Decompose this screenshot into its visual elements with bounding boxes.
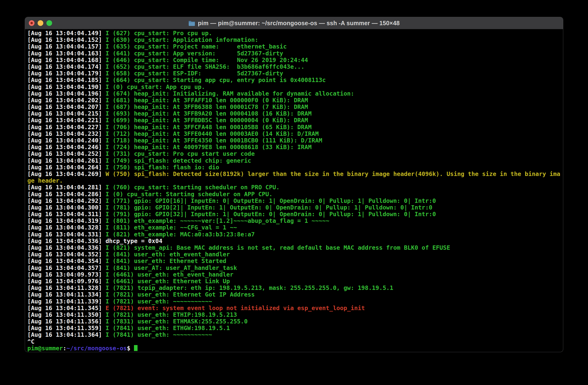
text-segment: [Aug 16 13:04:11.345]	[27, 305, 102, 311]
terminal-line: [Aug 16 13:04:04.196] I (674) heap_init:…	[27, 90, 561, 97]
text-segment: I (811) eth_example: ~~CFG_val = 1 ~~	[102, 224, 237, 231]
text-segment: I (731) cpu_start: Pro cpu start user co…	[102, 150, 255, 157]
text-segment: [Aug 16 13:04:11.356]	[27, 318, 102, 325]
minimize-button[interactable]	[38, 20, 43, 26]
terminal-line: [Aug 16 13:04:04.328] I (811) eth_exampl…	[27, 224, 561, 231]
text-segment: [Aug 16 13:04:11.328]	[27, 284, 102, 291]
text-segment: ^C	[27, 338, 35, 345]
terminal-line: [Aug 16 13:04:04.232] I (712) heap_init:…	[27, 131, 561, 137]
text-segment: [Aug 16 13:04:04.261]	[27, 157, 102, 164]
text-segment: I (7821) tcpip_adapter: eth ip: 198.19.5…	[102, 284, 393, 291]
text-segment: :	[63, 345, 66, 352]
text-segment: I (718) heap_init: At 3FFE4350 len 0001B…	[102, 137, 322, 144]
text-segment: [Aug 16 13:04:04.240]	[27, 137, 102, 144]
text-segment: I (0) cpu_start: Starting scheduler on A…	[102, 191, 273, 198]
text-segment: I (681) heap_init: At 3FFAFF10 len 00000…	[102, 97, 308, 104]
text-segment: $	[127, 345, 134, 352]
text-segment: [Aug 16 13:04:04.174]	[27, 63, 102, 70]
text-segment: [Aug 16 13:04:04.246]	[27, 144, 102, 151]
terminal-line: [Aug 16 13:04:04.281] I (760) cpu_start:…	[27, 184, 561, 191]
text-segment: I (706) heap_init: At 3FFCFA48 len 00010…	[102, 124, 312, 131]
text-segment: dhcp_type = 0x04	[102, 238, 163, 244]
text-segment: [Aug 16 13:04:04.311]	[27, 211, 102, 218]
text-segment: [Aug 16 13:04:04.215]	[27, 110, 102, 117]
text-segment: [Aug 16 13:04:04.286]	[27, 191, 102, 198]
terminal-line: [Aug 16 13:04:11.339] I (7821) user_eth:…	[27, 298, 561, 305]
traffic-lights	[29, 20, 52, 26]
terminal-line: [Aug 16 13:04:04.157] I (635) cpu_start:…	[27, 43, 561, 50]
text-segment: [Aug 16 13:04:04.281]	[27, 184, 102, 191]
terminal-line: [Aug 16 13:04:04.174] I (652) cpu_start:…	[27, 63, 561, 70]
text-segment: ge header.	[27, 177, 63, 184]
text-segment: [Aug 16 13:04:04.196]	[27, 90, 102, 97]
text-segment: [Aug 16 13:04:04.185]	[27, 77, 102, 83]
text-segment: I (760) cpu_start: Starting scheduler on…	[102, 184, 280, 191]
text-segment: I (841) user_eth: eth_event_handler	[102, 251, 230, 258]
text-segment: W (750) spi_flash: Detected size(8192k) …	[102, 170, 560, 177]
text-segment: [Aug 16 13:04:04.331]	[27, 231, 102, 238]
text-segment: [Aug 16 13:04:04.190]	[27, 83, 102, 90]
terminal-cursor[interactable]	[134, 345, 138, 351]
text-segment: I (6461) user_eth: eth_event_handler	[102, 271, 233, 278]
text-segment: [Aug 16 13:04:11.359]	[27, 324, 102, 331]
text-segment: [Aug 16 13:04:04.232]	[27, 130, 102, 137]
text-segment: [Aug 16 13:04:04.319]	[27, 217, 102, 224]
text-segment: I (7821) user_eth: Ethernet Got IP Addre…	[102, 291, 255, 298]
terminal-line: [Aug 16 13:04:04.319] I (801) eth_exampl…	[27, 218, 561, 224]
terminal-screen[interactable]: [Aug 16 13:04:04.149] I (627) cpu_start:…	[25, 29, 563, 352]
text-segment: [Aug 16 13:04:04.168]	[27, 57, 102, 63]
text-segment: I (687) heap_init: At 3FFB6388 len 00001…	[102, 103, 308, 110]
terminal-line: pim@summer:~/src/mongoose-os$	[27, 345, 561, 352]
text-segment: I (630) cpu_start: Application informati…	[102, 36, 258, 43]
terminal-window: pim — pim@summer: ~/src/mongoose-os — ss…	[25, 17, 563, 352]
text-segment: I (821) system_api: Base MAC address is …	[102, 244, 450, 251]
window-title: pim — pim@summer: ~/src/mongoose-os — ss…	[198, 20, 399, 27]
text-segment: [Aug 16 13:04:04.352]	[27, 251, 102, 258]
zoom-button[interactable]	[46, 20, 52, 26]
terminal-line: [Aug 16 13:04:04.207] I (687) heap_init:…	[27, 104, 561, 110]
text-segment: [Aug 16 13:04:04.207]	[27, 103, 102, 110]
terminal-line: [Aug 16 13:04:09.973] I (6461) user_eth:…	[27, 271, 561, 278]
text-segment: pim@summer	[27, 345, 63, 352]
terminal-line: [Aug 16 13:04:04.292] I (771) gpio: GPIO…	[27, 198, 561, 204]
terminal-line: [Aug 16 13:04:04.202] I (681) heap_init:…	[27, 97, 561, 104]
text-segment: [Aug 16 13:04:04.328]	[27, 224, 102, 231]
terminal-line: [Aug 16 13:04:04.215] I (693) heap_init:…	[27, 110, 561, 117]
terminal-line: [Aug 16 13:04:04.264] I (750) spi_flash:…	[27, 164, 561, 171]
text-segment: [Aug 16 13:04:04.163]	[27, 50, 102, 57]
close-button[interactable]	[29, 20, 35, 26]
terminal-line: [Aug 16 13:04:04.246] I (724) heap_init:…	[27, 144, 561, 151]
terminal-line: [Aug 16 13:04:04.269] W (750) spi_flash:…	[27, 171, 561, 177]
text-segment: I (791) gpio: GPIO[32]| InputEn: 1| Outp…	[102, 211, 436, 218]
text-segment: [Aug 16 13:04:04.157]	[27, 43, 102, 50]
text-segment: [Aug 16 13:04:04.202]	[27, 97, 102, 104]
text-segment: I (7841) user_eth: ETHGW:198.19.5.1	[102, 324, 230, 331]
text-segment: [Aug 16 13:04:04.179]	[27, 70, 102, 77]
text-segment: I (6461) user_eth: Ethernet Link Up	[102, 278, 230, 285]
text-segment: [Aug 16 13:04:04.264]	[27, 164, 102, 171]
text-segment: [Aug 16 13:04:09.976]	[27, 278, 102, 285]
text-segment: I (0) cpu_start: App cpu up.	[102, 83, 205, 90]
text-segment: [Aug 16 13:04:04.357]	[27, 264, 102, 271]
terminal-line: [Aug 16 13:04:04.168] I (646) cpu_start:…	[27, 57, 561, 63]
terminal-line: [Aug 16 13:04:11.334] I (7821) user_eth:…	[27, 291, 561, 298]
text-segment: [Aug 16 13:04:11.364]	[27, 331, 102, 338]
window-titlebar[interactable]: pim — pim@summer: ~/src/mongoose-os — ss…	[25, 17, 563, 29]
terminal-line: [Aug 16 13:04:04.357] I (841) user_AT: u…	[27, 265, 561, 271]
text-segment: [Aug 16 13:04:04.149]	[27, 30, 102, 37]
terminal-line: [Aug 16 13:04:04.185] I (664) cpu_start:…	[27, 77, 561, 83]
terminal-line: [Aug 16 13:04:11.345] E (7821) event: sy…	[27, 305, 561, 311]
text-segment: I (771) gpio: GPIO[16]| InputEn: 0| Outp…	[102, 197, 436, 204]
text-segment: I (693) heap_init: At 3FFB9A20 len 00004…	[102, 110, 312, 117]
text-segment: I (674) heap_init: Initializing. RAM ava…	[102, 90, 354, 97]
folder-icon	[188, 20, 195, 26]
text-segment: I (7831) user_eth: ETHMASK:255.255.255.0	[102, 318, 248, 325]
terminal-line: [Aug 16 13:04:04.352] I (841) user_eth: …	[27, 251, 561, 258]
text-segment: [Aug 16 13:04:04.336]	[27, 238, 102, 244]
text-segment: I (627) cpu_start: Pro cpu up.	[102, 30, 212, 37]
text-segment: I (724) heap_init: At 400979E8 len 00008…	[102, 144, 312, 151]
text-segment: I (641) cpu_start: App version: 5d27367-…	[102, 50, 283, 57]
text-segment: [Aug 16 13:04:04.252]	[27, 150, 102, 157]
text-segment: [Aug 16 13:04:04.221]	[27, 117, 102, 124]
text-segment: I (7841) user_eth: ~~~~~~~~~~~	[102, 331, 212, 338]
